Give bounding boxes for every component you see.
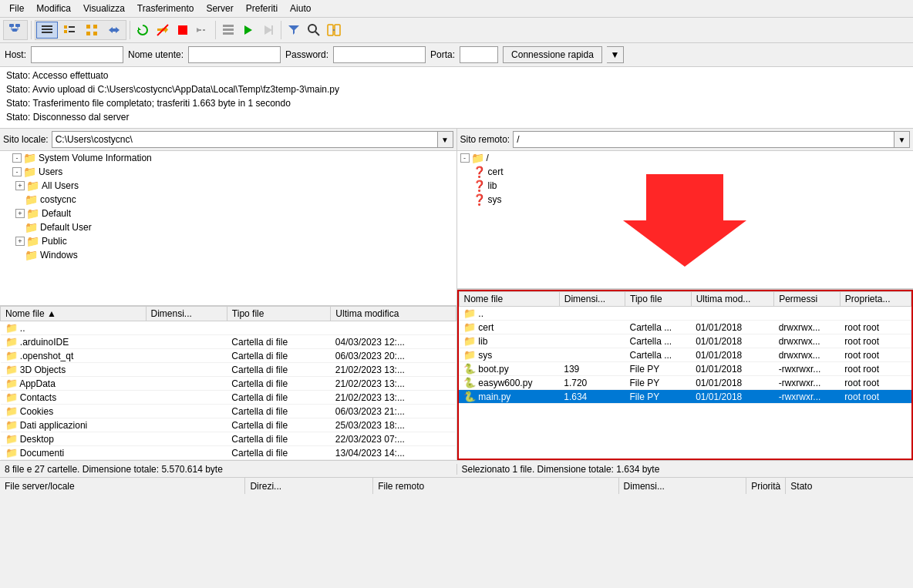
- view-icon-btn[interactable]: [81, 22, 103, 39]
- dir-compare-btn[interactable]: [325, 21, 343, 39]
- expand-users[interactable]: -: [12, 167, 22, 176]
- remote-col-modified[interactable]: Ultima mod...: [691, 292, 774, 307]
- local-path-dropdown[interactable]: ▼: [438, 131, 453, 148]
- status-label-1: Stato:: [6, 70, 30, 81]
- filter-btn[interactable]: [285, 21, 303, 39]
- username-input[interactable]: [188, 46, 281, 63]
- svg-rect-6: [42, 25, 52, 27]
- connect-dropdown[interactable]: ▼: [607, 46, 624, 63]
- tree-item-costycnc[interactable]: 📁 costycnc: [0, 193, 456, 207]
- remote-col-perms[interactable]: Permessi: [774, 292, 841, 307]
- remote-file-list[interactable]: Nome file Dimensi... Tipo file Ultima mo…: [457, 290, 914, 460]
- remote-col-name[interactable]: Nome file: [459, 292, 559, 307]
- remote-file-name: 🐍 main.py: [459, 390, 559, 404]
- local-col-name[interactable]: Nome file ▲: [1, 307, 147, 321]
- menu-preferiti[interactable]: Preferiti: [240, 2, 284, 15]
- svg-rect-12: [69, 31, 75, 32]
- menu-server[interactable]: Server: [200, 2, 239, 15]
- view-detail-btn[interactable]: [59, 22, 80, 39]
- local-file-row[interactable]: 📁 Contacts Cartella di file 21/02/2023 1…: [1, 391, 456, 405]
- expand-allusers[interactable]: +: [15, 181, 25, 190]
- cancel-btn[interactable]: [153, 21, 172, 39]
- menu-visualizza[interactable]: Visualizza: [77, 2, 131, 15]
- local-file-row[interactable]: 📁 Documenti Cartella di file 13/04/2023 …: [1, 446, 456, 460]
- menu-file[interactable]: File: [3, 2, 30, 15]
- local-file-modified: 06/03/2023 21:...: [331, 405, 456, 418]
- view-swap-btn[interactable]: [103, 22, 125, 39]
- site-manager-btn[interactable]: [5, 22, 26, 39]
- remote-file-row[interactable]: 🐍 boot.py 139 File PY 01/01/2018 -rwxrwx…: [459, 362, 911, 376]
- password-input[interactable]: [333, 46, 426, 63]
- menu-aiuto[interactable]: Aiuto: [284, 2, 317, 15]
- status-text-4: Disconnesso dal server: [33, 112, 130, 123]
- remote-path-dropdown[interactable]: ▼: [894, 131, 910, 148]
- local-path-display[interactable]: C:\Users\costycnc\: [52, 131, 438, 148]
- menu-trasferimento[interactable]: Trasferimento: [131, 2, 200, 15]
- tree-item-default[interactable]: + 📁 Default: [0, 207, 456, 220]
- remote-file-row[interactable]: 🐍 main.py 1.634 File PY 01/01/2018 -rwxr…: [459, 390, 911, 404]
- remote-file-row[interactable]: 📁 ..: [459, 307, 911, 321]
- local-file-row[interactable]: 📁 ..: [1, 321, 456, 335]
- remote-col-type[interactable]: Tipo file: [625, 292, 692, 307]
- view-list-btn[interactable]: [36, 22, 58, 39]
- question-icon-sys: ❓: [473, 193, 486, 206]
- tree-item-defaultuser[interactable]: 📁 Default User: [0, 220, 456, 234]
- local-tree[interactable]: - 📁 System Volume Information - 📁 Users …: [0, 151, 456, 306]
- local-file-list[interactable]: Nome file ▲ Dimensi... Tipo file Ultima …: [0, 306, 456, 460]
- queue-stop-btn[interactable]: [259, 21, 278, 39]
- remote-file-modified: 01/01/2018: [691, 362, 774, 376]
- port-input[interactable]: [460, 46, 498, 63]
- queue-start-btn[interactable]: [239, 21, 258, 39]
- stop-btn[interactable]: [174, 21, 192, 39]
- local-file-row[interactable]: 📁 3D Objects Cartella di file 21/02/2023…: [1, 363, 456, 377]
- local-col-size[interactable]: Dimensi...: [146, 307, 227, 321]
- queue-show-btn[interactable]: [219, 21, 238, 39]
- remote-tree-sys[interactable]: ❓ sys: [457, 193, 914, 207]
- refresh-btn[interactable]: [133, 21, 152, 39]
- remote-col-size[interactable]: Dimensi...: [559, 292, 625, 307]
- remote-file-row[interactable]: 📁 lib Cartella ... 01/01/2018 drwxrwx...…: [459, 334, 911, 348]
- svg-marker-27: [244, 25, 252, 35]
- local-file-name: 📁 Documents: [1, 460, 147, 461]
- status-line-1: Stato: Accesso effettuato: [6, 69, 907, 82]
- search-btn[interactable]: [305, 21, 323, 39]
- local-file-row[interactable]: 📁 .openshot_qt Cartella di file 06/03/20…: [1, 349, 456, 363]
- remote-file-row[interactable]: 📁 cert Cartella ... 01/01/2018 drwxrwx..…: [459, 321, 911, 334]
- connect-button[interactable]: Connessione rapida: [503, 46, 602, 63]
- remote-col-owner[interactable]: Proprieta...: [840, 292, 911, 307]
- tree-item-allusers[interactable]: + 📁 All Users: [0, 179, 456, 193]
- folder-icon: 📁: [5, 405, 18, 417]
- remote-tree-root[interactable]: - 📁 /: [457, 151, 914, 165]
- expand-system-volume[interactable]: -: [12, 153, 22, 163]
- tree-item-public[interactable]: + 📁 Public: [0, 234, 456, 248]
- expand-root[interactable]: -: [460, 153, 470, 163]
- remote-file-modified: [691, 307, 774, 321]
- remote-path-display[interactable]: /: [513, 131, 894, 148]
- local-col-type[interactable]: Tipo file: [227, 307, 331, 321]
- local-file-row[interactable]: 📁 Dati applicazioni Cartella di file 25/…: [1, 418, 456, 432]
- remote-tree-cert[interactable]: ❓ cert: [457, 165, 914, 179]
- local-file-row[interactable]: 📁 Documents Cartella di file 13/04/2023 …: [1, 460, 456, 461]
- local-col-modified[interactable]: Ultima modifica: [331, 307, 456, 321]
- svg-point-30: [308, 25, 316, 32]
- local-file-row[interactable]: 📁 Cookies Cartella di file 06/03/2023 21…: [1, 405, 456, 418]
- remote-file-row[interactable]: 🐍 easyw600.py 1.720 File PY 01/01/2018 -…: [459, 376, 911, 390]
- expand-public[interactable]: +: [15, 237, 25, 246]
- expand-default[interactable]: +: [15, 209, 25, 218]
- status-label-4: Stato:: [6, 112, 30, 123]
- local-file-row[interactable]: 📁 .arduinoIDE Cartella di file 04/03/202…: [1, 335, 456, 349]
- status-text-1: Accesso effettuato: [32, 70, 109, 81]
- menu-modifica[interactable]: Modifica: [30, 2, 77, 15]
- remote-tree-lib[interactable]: ❓ lib: [457, 179, 914, 193]
- local-file-row[interactable]: 📁 Desktop Cartella di file 22/03/2023 07…: [1, 432, 456, 446]
- tree-item-users[interactable]: - 📁 Users: [0, 165, 456, 179]
- tree-item-windows[interactable]: 📁 Windows: [0, 248, 456, 262]
- host-input[interactable]: [31, 46, 123, 63]
- remote-file-row[interactable]: 📁 sys Cartella ... 01/01/2018 drwxrwx...…: [459, 348, 911, 362]
- disconnect-btn[interactable]: [194, 21, 212, 39]
- connection-bar: Host: Nome utente: Password: Porta: Conn…: [0, 43, 913, 67]
- local-file-row[interactable]: 📁 AppData Cartella di file 21/02/2023 13…: [1, 377, 456, 391]
- tree-item-system-volume[interactable]: - 📁 System Volume Information: [0, 151, 456, 165]
- remote-file-type: File PY: [625, 362, 692, 376]
- remote-tree[interactable]: - 📁 / ❓ cert ❓ lib ❓ sys: [457, 151, 914, 289]
